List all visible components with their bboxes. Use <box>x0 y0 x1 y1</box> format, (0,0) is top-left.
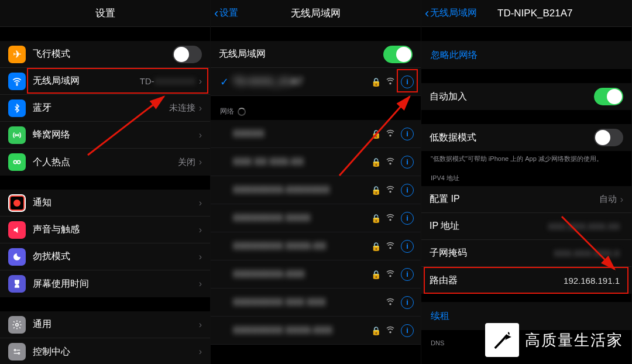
wifi-detail-pane: ‹ 无线局域网 TD-NIPK_B21A7 忽略此网络 自动加入 低数据模式 "… <box>421 0 632 364</box>
row-airplane[interactable]: ✈ 飞行模式 <box>0 41 210 68</box>
wifi-signal-icon <box>386 76 395 88</box>
svg-point-5 <box>14 349 16 351</box>
chevron-right-icon: › <box>199 279 202 289</box>
chevron-right-icon: › <box>199 198 202 208</box>
row-configure-ip[interactable]: 配置 IP 自动 › <box>421 186 631 213</box>
lock-icon: 🔒 <box>371 77 381 87</box>
svg-point-0 <box>16 84 18 85</box>
row-lowdata[interactable]: 低数据模式 <box>421 124 631 151</box>
connected-network-row[interactable]: ✓ TD-XXXX_XXA7 🔒 i <box>211 68 421 96</box>
info-icon[interactable]: i <box>401 212 414 225</box>
ipv4-header: IPV4 地址 <box>421 164 631 186</box>
svg-point-9 <box>390 135 391 136</box>
sound-icon <box>8 221 26 239</box>
row-hotspot[interactable]: 个人热点 关闭 › <box>0 149 210 176</box>
row-router: 路由器 192.168.191.1 <box>421 267 631 294</box>
network-row[interactable]: XXXXXXXX XXXX🔒i <box>211 204 421 232</box>
network-row[interactable]: XXX XX XXX-XX🔒i <box>211 148 421 176</box>
network-row[interactable]: XXXXXXXX XXX XXXi <box>211 289 421 317</box>
svg-point-1 <box>16 135 18 136</box>
spinner-icon <box>238 108 246 116</box>
row-sound[interactable]: 声音与触感 › <box>0 217 210 243</box>
cellular-icon <box>8 126 26 144</box>
network-row[interactable]: XXXXXXXX-XXX🔒i <box>211 260 421 289</box>
network-row[interactable]: XXXXXXXX XXXX-XX🔒i <box>211 232 421 260</box>
autojoin-toggle[interactable] <box>594 88 623 105</box>
chevron-right-icon: › <box>199 157 202 167</box>
row-ip-address: IP 地址 XXX.XXX.XXX.XX <box>421 213 631 240</box>
lowdata-toggle[interactable] <box>594 129 623 146</box>
forget-network-button[interactable]: 忽略此网络 <box>421 41 631 69</box>
wifi-icon <box>8 73 26 90</box>
bluetooth-icon <box>8 99 26 117</box>
svg-point-8 <box>390 83 391 84</box>
watermark: 高质量生活家 <box>485 323 623 357</box>
row-notifications[interactable]: 通知 › <box>0 190 210 217</box>
navbar: 设置 <box>0 0 210 27</box>
airplane-icon: ✈ <box>8 46 26 63</box>
network-row[interactable]: XXXXXXXX XXXX-XXX🔒i <box>211 317 421 345</box>
row-autojoin[interactable]: 自动加入 <box>421 83 631 110</box>
router-value: 192.168.191.1 <box>564 276 620 286</box>
info-icon[interactable]: i <box>401 268 414 281</box>
svg-point-6 <box>18 352 20 354</box>
lowdata-hint: "低数据模式"可帮助 iPhone 上的 App 减少网络数据的使用。 <box>421 151 631 164</box>
control-center-icon <box>8 343 26 360</box>
info-icon[interactable]: i <box>401 240 414 253</box>
svg-point-12 <box>390 219 391 220</box>
chevron-right-icon: › <box>199 225 202 235</box>
dnd-icon <box>8 248 26 266</box>
svg-point-13 <box>390 247 391 248</box>
chevron-right-icon: › <box>199 320 202 330</box>
navbar: ‹ 设置 无线局域网 <box>211 0 421 27</box>
back-button[interactable]: ‹ 无线局域网 <box>421 7 477 20</box>
row-cellular[interactable]: 蜂窝网络 › <box>0 122 210 149</box>
settings-pane: 设置 ✈ 飞行模式 无线局域网 TD-XXXXXXX › 蓝牙 未连接 › <box>0 0 211 364</box>
wifi-pane: ‹ 设置 无线局域网 无线局域网 ✓ TD-XXXX_XXA7 🔒 i 网络 X… <box>211 0 421 364</box>
watermark-icon <box>485 323 519 357</box>
chevron-right-icon: › <box>199 76 202 87</box>
info-icon[interactable]: i <box>401 324 414 337</box>
info-icon[interactable]: i <box>401 75 414 88</box>
row-control-center[interactable]: 控制中心 › <box>0 338 210 364</box>
networks-header: 网络 <box>211 96 421 120</box>
row-screentime[interactable]: 屏幕使用时间 › <box>0 270 210 297</box>
info-icon[interactable]: i <box>401 128 414 140</box>
page-title: 设置 <box>0 6 210 20</box>
chevron-right-icon: › <box>199 346 202 357</box>
row-subnet: 子网掩码 XXX.XXX.XXX.X <box>421 240 631 267</box>
chevron-right-icon: › <box>199 252 202 262</box>
svg-point-10 <box>390 163 391 164</box>
gear-icon <box>8 316 26 334</box>
chevron-left-icon: ‹ <box>214 7 218 20</box>
airplane-toggle[interactable] <box>173 46 202 63</box>
row-wifi[interactable]: 无线局域网 TD-XXXXXXX › <box>0 68 210 95</box>
svg-point-15 <box>390 303 391 304</box>
screentime-icon <box>8 275 26 293</box>
info-icon[interactable]: i <box>401 156 414 169</box>
wifi-toggle[interactable] <box>383 46 413 63</box>
network-row[interactable]: XXXXX🔒i <box>211 120 421 148</box>
row-dnd[interactable]: 勿扰模式 › <box>0 243 210 270</box>
chevron-left-icon: ‹ <box>425 7 429 20</box>
info-icon[interactable]: i <box>401 296 414 309</box>
svg-point-4 <box>16 323 19 326</box>
chevron-right-icon: › <box>199 103 202 114</box>
row-bluetooth[interactable]: 蓝牙 未连接 › <box>0 95 210 122</box>
notifications-icon <box>8 194 26 212</box>
svg-point-2 <box>13 160 16 163</box>
svg-point-14 <box>390 275 391 276</box>
row-general[interactable]: 通用 › <box>0 311 210 338</box>
back-button[interactable]: ‹ 设置 <box>211 7 238 20</box>
svg-point-3 <box>17 160 20 163</box>
hotspot-icon <box>8 153 26 171</box>
info-icon[interactable]: i <box>401 184 414 197</box>
svg-point-16 <box>390 331 391 332</box>
row-wifi-toggle[interactable]: 无线局域网 <box>211 41 421 68</box>
page-title: 无线局域网 <box>211 6 421 20</box>
network-row[interactable]: XXXXXXXX-XXXXXXX🔒i <box>211 176 421 204</box>
checkmark-icon: ✓ <box>220 75 233 88</box>
chevron-right-icon: › <box>199 130 202 140</box>
navbar: ‹ 无线局域网 TD-NIPK_B21A7 <box>421 0 631 27</box>
chevron-right-icon: › <box>620 194 623 205</box>
